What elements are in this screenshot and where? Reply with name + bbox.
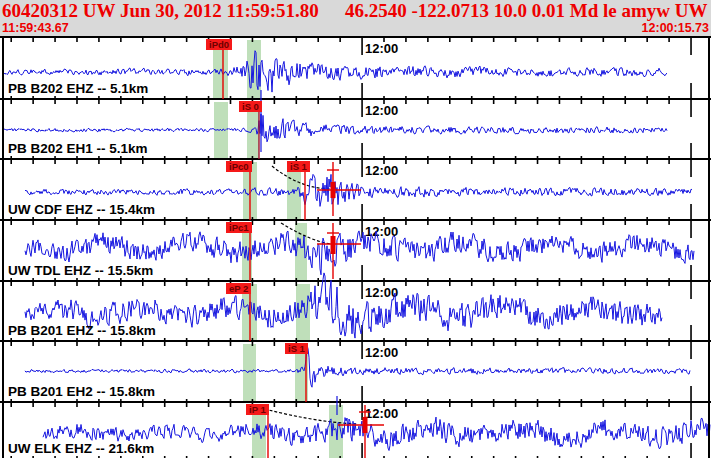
window-time-row: 11:59:43.67 12:00:15.73 bbox=[0, 21, 711, 35]
seismogram-viewer: 60420312 UW Jun 30, 2012 11:59:51.80 46.… bbox=[0, 0, 711, 458]
station-label: PB B202 EHZ -- 5.1km bbox=[8, 81, 148, 96]
coda-duration-marker[interactable] bbox=[317, 162, 361, 216]
event-title-row: 60420312 UW Jun 30, 2012 11:59:51.80 46.… bbox=[0, 0, 711, 22]
pick-flag[interactable]: eP 2 bbox=[226, 283, 251, 294]
waveform-panel[interactable]: 12:00eP 2PB B201 EHZ -- 15.8km bbox=[0, 280, 711, 340]
station-label: PB B201 EHZ -- 15.8km bbox=[8, 323, 156, 338]
event-location-magnitude: 46.2540 -122.0713 10.0 0.01 Md le amyw U… bbox=[345, 0, 711, 22]
waveform-panel[interactable]: 12:00iS 1PB B201 EH2 -- 15.8km bbox=[0, 340, 711, 401]
plot-left-border bbox=[2, 36, 4, 458]
waveform-panel[interactable]: 12:00iS 0PB B202 EH1 -- 5.1km bbox=[0, 98, 711, 158]
waveform-panel[interactable]: 12:00iPc1UW TDL EHZ -- 15.5km bbox=[0, 219, 711, 280]
pick-flag[interactable]: iPd0 bbox=[206, 39, 232, 50]
window-start-time: 11:59:43.67 bbox=[2, 21, 69, 35]
waveform-panel[interactable]: 12:00iPd0PB B202 EHZ -- 5.1km bbox=[0, 36, 711, 98]
pick-flag[interactable]: iPc1 bbox=[226, 222, 252, 233]
station-label: UW TDL EHZ -- 15.5km bbox=[8, 263, 153, 278]
station-label: PB B201 EH2 -- 15.8km bbox=[8, 384, 155, 399]
pick-flag[interactable]: iP 1 bbox=[246, 404, 269, 415]
coda-duration-marker[interactable] bbox=[317, 223, 361, 279]
window-end-time: 12:00:15.73 bbox=[642, 21, 709, 35]
event-header: 60420312 UW Jun 30, 2012 11:59:51.80 46.… bbox=[0, 0, 711, 36]
coda-duration-marker[interactable] bbox=[338, 405, 384, 458]
pick-flag[interactable]: iPc0 bbox=[226, 161, 252, 172]
waveform-panel[interactable]: 12:00iP 1UW ELK EHZ -- 21.6km bbox=[0, 401, 711, 458]
pick-flag[interactable]: iS 1 bbox=[285, 343, 308, 354]
station-label: UW CDF EHZ -- 15.4km bbox=[8, 202, 155, 217]
plot-right-border bbox=[708, 36, 710, 458]
pick-flag[interactable]: iS 0 bbox=[239, 101, 262, 112]
event-id-datetime: 60420312 UW Jun 30, 2012 11:59:51.80 bbox=[2, 0, 319, 22]
waveform-panel[interactable]: 12:00iPc0iS 1UW CDF EHZ -- 15.4km bbox=[0, 158, 711, 219]
station-label: UW ELK EHZ -- 21.6km bbox=[8, 441, 154, 456]
station-label: PB B202 EH1 -- 5.1km bbox=[8, 141, 148, 156]
pick-flag[interactable]: iS 1 bbox=[287, 161, 310, 172]
